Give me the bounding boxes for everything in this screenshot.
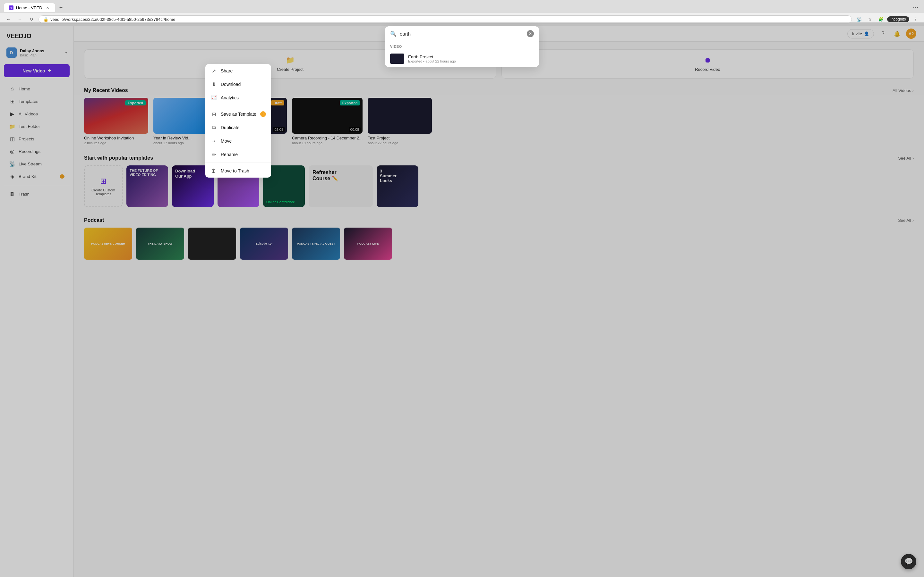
search-result-status: Exported	[408, 59, 422, 63]
tab-favicon: V	[9, 5, 13, 10]
move-icon: →	[210, 138, 217, 144]
context-menu-trash-label: Move to Trash	[221, 168, 266, 173]
search-result-time: about 22 hours ago	[425, 59, 456, 63]
tab-title: Home - VEED	[16, 5, 42, 10]
save-template-badge: !	[260, 111, 266, 117]
context-menu-move-label: Move	[221, 139, 266, 143]
trash-context-icon: 🗑	[210, 168, 217, 174]
minimize-button[interactable]: ⋯	[911, 3, 920, 11]
share-icon: ↗	[210, 68, 217, 74]
search-result-title: Earth Project	[408, 55, 521, 59]
context-menu-divider-1	[205, 106, 271, 106]
search-clear-button[interactable]: ✕	[527, 30, 534, 37]
search-category-label: Video	[385, 41, 539, 50]
incognito-button[interactable]: Incognito	[887, 16, 909, 22]
search-result-more-button[interactable]: ⋯	[525, 54, 534, 63]
search-box: 🔍 ✕ Video Earth Project Exported • about…	[385, 26, 539, 67]
duplicate-icon: ⧉	[210, 124, 217, 131]
context-menu-save-template-label: Save as Template	[221, 111, 256, 117]
context-menu-analytics[interactable]: 📈 Analytics	[205, 91, 271, 105]
context-menu-download-label: Download	[221, 82, 266, 87]
save-template-icon: ⊞	[210, 111, 217, 117]
context-menu-duplicate[interactable]: ⧉ Duplicate	[205, 121, 271, 134]
search-input-row: 🔍 ✕	[385, 26, 539, 41]
tab-close-button[interactable]: ✕	[45, 5, 50, 10]
download-icon: ⬇	[210, 81, 217, 87]
context-menu-analytics-label: Analytics	[221, 95, 266, 100]
search-results: Video Earth Project Exported • about 22 …	[385, 41, 539, 67]
context-menu: ↗ Share ⬇ Download 📈 Analytics ⊞ Save as…	[205, 64, 271, 177]
address-text: veed.io/workspaces/22ce6d2f-38c5-4df1-a8…	[50, 17, 847, 22]
context-menu-move-to-trash[interactable]: 🗑 Move to Trash	[205, 164, 271, 177]
search-result-info: Earth Project Exported • about 22 hours …	[408, 55, 521, 63]
tab-bar: V Home - VEED ✕ + ⋯	[0, 0, 924, 13]
search-result-earth-project[interactable]: Earth Project Exported • about 22 hours …	[385, 50, 539, 67]
context-menu-share-label: Share	[221, 68, 266, 73]
search-input[interactable]	[400, 31, 523, 37]
browser-chrome: V Home - VEED ✕ + ⋯ ← → ↻ 🔒 veed.io/work…	[0, 0, 924, 26]
search-result-thumb	[390, 53, 404, 64]
search-magnifier-icon: 🔍	[390, 31, 397, 37]
search-result-meta: Exported • about 22 hours ago	[408, 59, 521, 63]
context-menu-save-as-template[interactable]: ⊞ Save as Template !	[205, 107, 271, 121]
context-menu-move[interactable]: → Move	[205, 134, 271, 148]
incognito-label: Incognito	[890, 17, 906, 21]
context-menu-rename[interactable]: ✏ Rename	[205, 148, 271, 161]
context-menu-divider-2	[205, 163, 271, 163]
context-menu-share[interactable]: ↗ Share	[205, 64, 271, 77]
search-overlay: 🔍 ✕ Video Earth Project Exported • about…	[0, 23, 924, 577]
active-tab[interactable]: V Home - VEED ✕	[4, 3, 55, 12]
address-bar[interactable]: 🔒 veed.io/workspaces/22ce6d2f-38c5-4df1-…	[39, 15, 852, 23]
analytics-icon: 📈	[210, 95, 217, 101]
new-tab-button[interactable]: +	[57, 3, 65, 12]
rename-icon: ✏	[210, 151, 217, 158]
context-menu-rename-label: Rename	[221, 152, 266, 157]
search-backdrop[interactable]	[0, 23, 924, 577]
context-menu-download[interactable]: ⬇ Download	[205, 77, 271, 91]
context-menu-duplicate-label: Duplicate	[221, 125, 266, 130]
